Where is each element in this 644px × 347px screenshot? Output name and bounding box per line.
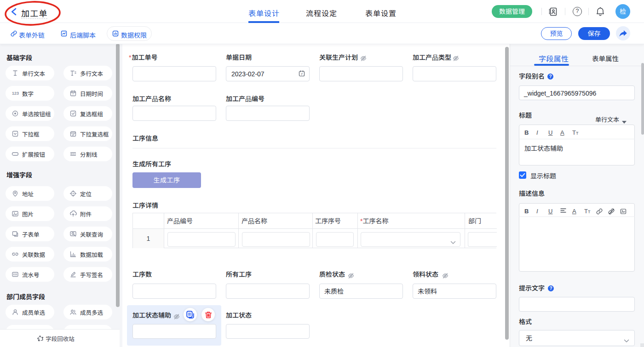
svg-text:7: 7 [72, 93, 74, 96]
svg-text:123: 123 [12, 91, 19, 96]
